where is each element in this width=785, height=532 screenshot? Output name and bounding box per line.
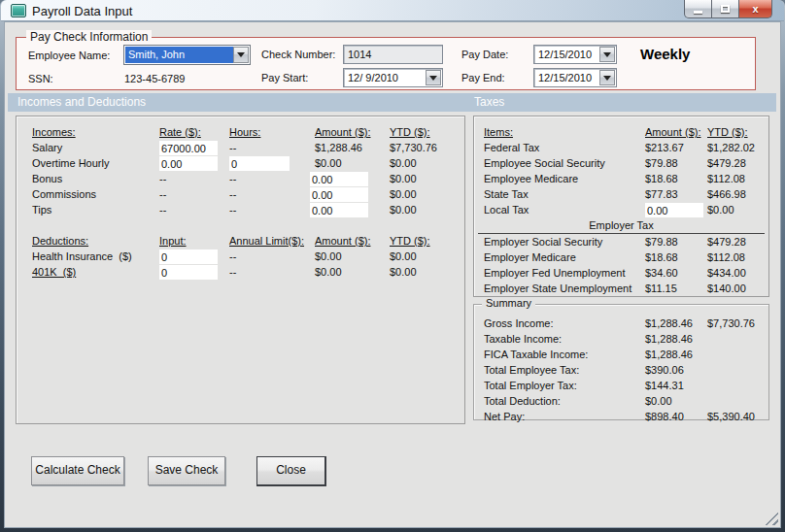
employee-name-combobox[interactable]: Smith, John xyxy=(123,45,251,65)
local-tax-ytd: $0.00 xyxy=(707,203,768,218)
employee-name-value: Smith, John xyxy=(125,47,233,63)
health-insurance-amount: $0.00 xyxy=(310,249,390,265)
employee-name-dropdown-button[interactable] xyxy=(233,47,249,63)
employer-medicare-label: Employer Medicare xyxy=(484,250,645,266)
local-tax-input[interactable] xyxy=(645,203,703,217)
col-amount: Amount ($): xyxy=(645,125,707,141)
employer-ss-ytd: $479.28 xyxy=(707,235,768,250)
tips-amount-input[interactable] xyxy=(310,203,368,217)
employee-medicare-ytd: $112.08 xyxy=(707,172,768,187)
maximize-button[interactable] xyxy=(711,0,739,18)
taxes-table: Items: Amount ($): YTD ($): Federal Tax … xyxy=(474,116,768,218)
close-button[interactable]: Close xyxy=(256,456,326,486)
employer-state-unemployment-ytd: $140.00 xyxy=(707,282,768,297)
total-deduction-amount: $0.00 xyxy=(645,394,707,410)
total-employee-tax-label: Total Employee Tax: xyxy=(484,363,645,379)
pay-frequency-label: Weekly xyxy=(640,46,690,62)
bonus-rate: -- xyxy=(159,172,229,187)
employee-medicare-label: Employee Medicare xyxy=(484,172,645,187)
incomes-deductions-header: Incomes and Deductions xyxy=(17,93,146,112)
tips-hours: -- xyxy=(229,203,310,218)
payroll-window: Payroll Data Input x Pay Check Informati… xyxy=(0,0,785,532)
deduction-label-401k-link[interactable]: 401K ($) xyxy=(32,265,159,281)
overtime-hours-input[interactable] xyxy=(229,156,290,171)
window-title: Payroll Data Input xyxy=(32,4,132,18)
income-label-overtime: Overtime Hourly xyxy=(32,156,159,172)
pay-end-datepicker[interactable]: 12/15/2010 xyxy=(533,68,617,87)
col-amount: Amount ($): xyxy=(310,234,390,249)
col-ytd: YTD ($): xyxy=(390,234,464,249)
health-insurance-limit: -- xyxy=(229,249,310,265)
total-deduction-label: Total Deduction: xyxy=(484,394,645,410)
client-area: Pay Check Information Employee Name: Smi… xyxy=(4,21,781,528)
federal-tax-ytd: $1,282.02 xyxy=(707,141,768,156)
net-pay-ytd: $5,390.40 xyxy=(707,410,768,425)
bonus-amount-input[interactable] xyxy=(310,172,368,186)
gross-income-label: Gross Income: xyxy=(484,316,645,332)
section-header-bar: Incomes and Deductions Taxes xyxy=(8,93,776,112)
check-number-field[interactable]: 1014 xyxy=(343,45,443,64)
pay-date-datepicker[interactable]: 12/15/2010 xyxy=(533,45,617,64)
incomes-table: Incomes: Rate ($): Hours: Amount ($): YT… xyxy=(17,116,464,218)
pay-date-label: Pay Date: xyxy=(461,49,508,60)
overtime-rate-input[interactable] xyxy=(159,156,218,171)
total-deduction-ytd xyxy=(707,394,768,410)
salary-ytd: $7,730.76 xyxy=(390,141,464,156)
total-employee-tax-amount: $390.06 xyxy=(645,363,707,379)
net-pay-amount: $898.40 xyxy=(645,410,707,425)
total-employer-tax-label: Total Employer Tax: xyxy=(484,379,645,394)
col-rate: Rate ($): xyxy=(159,125,229,141)
gross-income-ytd: $7,730.76 xyxy=(707,316,768,332)
title-bar[interactable]: Payroll Data Input x xyxy=(1,0,784,21)
employer-ss-amount: $79.88 xyxy=(645,235,707,250)
col-deductions: Deductions: xyxy=(32,234,159,249)
401k-input[interactable] xyxy=(159,265,218,280)
pay-end-dropdown-button[interactable] xyxy=(599,70,615,85)
employee-ss-label: Employee Social Security xyxy=(484,156,645,172)
pay-date-value: 12/15/2010 xyxy=(538,49,599,60)
income-label-tips: Tips xyxy=(32,203,159,218)
summary-group: Summary Gross Income: $1,288.46 $7,730.7… xyxy=(473,304,769,420)
pay-start-value: 12/ 9/2010 xyxy=(348,72,426,83)
total-employer-tax-amount: $144.31 xyxy=(645,379,707,394)
calculate-check-button[interactable]: Calculate Check xyxy=(31,456,124,485)
chevron-down-icon xyxy=(429,76,437,81)
pay-date-dropdown-button[interactable] xyxy=(599,47,615,62)
income-label-commissions: Commissions xyxy=(32,187,159,203)
taxable-income-label: Taxable Income: xyxy=(484,332,645,348)
tips-ytd: $0.00 xyxy=(390,203,464,218)
pay-end-label: Pay End: xyxy=(461,72,505,83)
resize-grip[interactable] xyxy=(765,512,778,525)
employer-tax-section-header: Employer Tax xyxy=(478,218,765,234)
paycheck-info-legend: Pay Check Information xyxy=(26,30,152,44)
employer-state-unemployment-label: Employer State Unemployment xyxy=(484,282,645,297)
col-annual-limit: Annual Limit($): xyxy=(229,234,310,249)
col-incomes: Incomes: xyxy=(32,125,159,141)
health-insurance-input[interactable] xyxy=(159,249,218,264)
commissions-amount-input[interactable] xyxy=(310,187,368,202)
col-ytd: YTD ($): xyxy=(390,125,464,141)
overtime-ytd: $0.00 xyxy=(390,156,464,172)
overtime-amount: $0.00 xyxy=(310,156,390,172)
pay-start-dropdown-button[interactable] xyxy=(426,70,441,85)
employee-medicare-amount: $18.68 xyxy=(645,172,707,187)
col-hours: Hours: xyxy=(229,125,310,141)
pay-start-datepicker[interactable]: 12/ 9/2010 xyxy=(343,68,443,87)
pay-end-value: 12/15/2010 xyxy=(538,72,599,83)
employer-fed-unemployment-label: Employer Fed Unemployment xyxy=(484,266,645,282)
minimize-button[interactable] xyxy=(684,0,712,18)
401k-amount: $0.00 xyxy=(310,265,390,281)
income-label-salary: Salary xyxy=(32,141,159,156)
gross-income-amount: $1,288.46 xyxy=(645,316,707,332)
salary-rate-input[interactable] xyxy=(159,141,218,155)
employer-state-unemployment-amount: $11.15 xyxy=(645,282,707,297)
app-icon xyxy=(11,4,26,17)
commissions-rate: -- xyxy=(159,187,229,203)
state-tax-amount: $77.83 xyxy=(645,187,707,203)
taxes-header: Taxes xyxy=(474,93,504,112)
close-window-button[interactable]: x xyxy=(738,0,772,18)
employer-ss-label: Employer Social Security xyxy=(484,235,645,250)
save-check-button[interactable]: Save Check xyxy=(148,456,225,485)
federal-tax-amount: $213.67 xyxy=(645,141,707,156)
local-tax-label: Local Tax xyxy=(484,203,645,218)
